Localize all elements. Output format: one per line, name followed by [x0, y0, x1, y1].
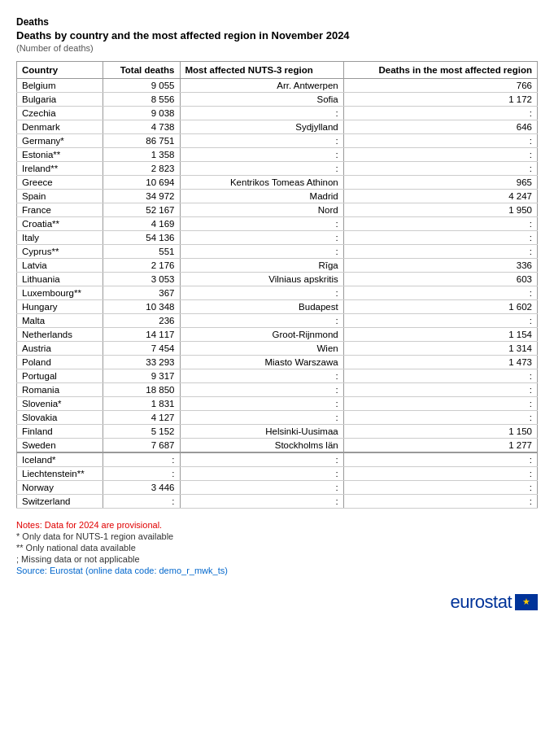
cell-region: :	[180, 369, 343, 383]
cell-total: 10 694	[103, 176, 180, 190]
cell-region: :	[180, 452, 343, 467]
cell-deaths-region: :	[343, 231, 537, 245]
cell-region: Nord	[180, 203, 343, 217]
cell-total: 2 176	[103, 259, 180, 273]
cell-total: 2 823	[103, 162, 180, 176]
cell-country: Greece	[17, 176, 103, 190]
cell-region: Rīga	[180, 259, 343, 273]
cell-total: 54 136	[103, 231, 180, 245]
cell-country: Norway	[17, 481, 103, 495]
cell-country: Luxembourg**	[17, 286, 103, 300]
table-row: Estonia**1 358::	[17, 148, 538, 162]
cell-country: Iceland*	[17, 452, 103, 467]
cell-deaths-region: :	[343, 452, 537, 467]
table-row: Liechtenstein**:::	[17, 467, 538, 481]
cell-total: 3 446	[103, 481, 180, 495]
cell-deaths-region: 1 277	[343, 439, 537, 453]
cell-deaths-region: :	[343, 397, 537, 411]
cell-region: Kentrikos Tomeas Athinon	[180, 176, 343, 190]
cell-deaths-region: :	[343, 107, 537, 120]
table-row: Belgium9 055Arr. Antwerpen766	[17, 79, 538, 93]
cell-total: :	[103, 495, 180, 509]
cell-region: :	[180, 134, 343, 148]
cell-region: :	[180, 162, 343, 176]
cell-country: France	[17, 203, 103, 217]
table-row: Norway3 446::	[17, 481, 538, 495]
cell-total: 33 293	[103, 356, 180, 369]
cell-deaths-region: :	[343, 369, 537, 383]
cell-deaths-region: :	[343, 134, 537, 148]
cell-deaths-region: 1 314	[343, 342, 537, 356]
cell-deaths-region: :	[343, 467, 537, 481]
cell-country: Liechtenstein**	[17, 467, 103, 481]
cell-region: Arr. Antwerpen	[180, 79, 343, 93]
table-row: Germany*86 751::	[17, 134, 538, 148]
cell-deaths-region: 1 154	[343, 328, 537, 342]
cell-country: Czechia	[17, 107, 103, 120]
cell-total: 14 117	[103, 328, 180, 342]
cell-total: 8 556	[103, 93, 180, 107]
cell-total: 9 055	[103, 79, 180, 93]
cell-region: :	[180, 467, 343, 481]
cell-region: :	[180, 481, 343, 495]
cell-total: 86 751	[103, 134, 180, 148]
cell-deaths-region: :	[343, 162, 537, 176]
cell-total: 367	[103, 286, 180, 300]
table-row: Austria7 454Wien1 314	[17, 342, 538, 356]
cell-region: Stockholms län	[180, 439, 343, 453]
table-row: Iceland*:::	[17, 452, 538, 467]
cell-country: Malta	[17, 314, 103, 328]
cell-total: 9 317	[103, 369, 180, 383]
cell-deaths-region: 1 172	[343, 93, 537, 107]
cell-total: 7 687	[103, 439, 180, 453]
cell-total: 18 850	[103, 383, 180, 397]
table-row: Bulgaria8 556Sofia1 172	[17, 93, 538, 107]
cell-deaths-region: :	[343, 245, 537, 259]
cell-country: Croatia**	[17, 217, 103, 231]
svg-text:★: ★	[522, 596, 530, 606]
note-provisional: Notes: Data for 2024 are provisional.	[16, 520, 162, 530]
cell-deaths-region: 965	[343, 176, 537, 190]
cell-deaths-region: :	[343, 383, 537, 397]
cell-country: Lithuania	[17, 273, 103, 286]
table-row: Slovenia*1 831::	[17, 397, 538, 411]
cell-country: Estonia**	[17, 148, 103, 162]
eurostat-logo: eurostat ★	[451, 592, 539, 613]
table-row: Hungary10 348Budapest1 602	[17, 300, 538, 314]
cell-country: Spain	[17, 190, 103, 203]
table-row: Latvia2 176Rīga336	[17, 259, 538, 273]
cell-country: Ireland**	[17, 162, 103, 176]
cell-deaths-region: 646	[343, 120, 537, 134]
table-row: Luxembourg**367::	[17, 286, 538, 300]
cell-total: 34 972	[103, 190, 180, 203]
cell-country: Sweden	[17, 439, 103, 453]
table-row: Malta236::	[17, 314, 538, 328]
table-row: Finland5 152Helsinki-Uusimaa1 150	[17, 425, 538, 439]
cell-country: Belgium	[17, 79, 103, 93]
cell-country: Slovakia	[17, 411, 103, 425]
subtitle: (Number of deaths)	[16, 43, 538, 53]
cell-region: :	[180, 217, 343, 231]
eu-flag-icon: ★	[515, 594, 538, 610]
table-row: Spain34 972Madrid4 247	[17, 190, 538, 203]
table-row: Ireland**2 823::	[17, 162, 538, 176]
cell-deaths-region: 766	[343, 79, 537, 93]
cell-deaths-region: 603	[343, 273, 537, 286]
table-row: Lithuania3 053Vilniaus apskritis603	[17, 273, 538, 286]
col-total: Total deaths	[103, 62, 180, 79]
cell-region: Sydjylland	[180, 120, 343, 134]
chart-title: Deaths by country and the most affected …	[16, 29, 538, 42]
cell-total: 4 169	[103, 217, 180, 231]
cell-region: :	[180, 397, 343, 411]
cell-region: :	[180, 107, 343, 120]
eurostat-text: eurostat	[451, 592, 513, 613]
cell-region: :	[180, 411, 343, 425]
cell-country: Switzerland	[17, 495, 103, 509]
cell-region: Wien	[180, 342, 343, 356]
notes: Notes: Data for 2024 are provisional. * …	[16, 520, 538, 575]
cell-total: 236	[103, 314, 180, 328]
table-row: Netherlands14 117Groot-Rijnmond1 154	[17, 328, 538, 342]
table-row: Switzerland:::	[17, 495, 538, 509]
table-row: Slovakia4 127::	[17, 411, 538, 425]
cell-country: Hungary	[17, 300, 103, 314]
